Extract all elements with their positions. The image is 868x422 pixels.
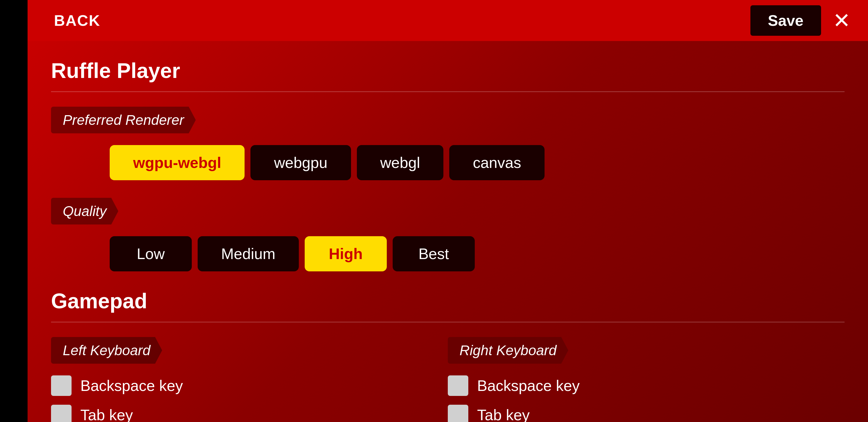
quality-label-tag: Quality [51, 198, 118, 225]
quality-button-group: Low Medium High Best [51, 236, 844, 271]
ruffle-player-title: Ruffle Player [51, 59, 844, 83]
keyboard-columns: Left Keyboard Backspace key Tab key Ente… [51, 337, 844, 422]
divider-gamepad [51, 322, 844, 322]
right-tab-label: Tab key [477, 406, 530, 422]
preferred-renderer-label: Preferred Renderer [51, 107, 844, 145]
quality-btn-low[interactable]: Low [110, 236, 192, 271]
quality-btn-high[interactable]: High [305, 236, 387, 271]
left-tab-row: Tab key [51, 405, 448, 422]
renderer-button-group: wgpu-webgl webgpu webgl canvas [51, 145, 844, 180]
left-backspace-label: Backspace key [80, 377, 183, 394]
gamepad-section: Gamepad Left Keyboard Backspace key Tab … [51, 289, 844, 422]
renderer-btn-webgl[interactable]: webgl [357, 145, 444, 180]
left-keyboard-col: Left Keyboard Backspace key Tab key Ente… [51, 337, 448, 422]
renderer-btn-wgpu-webgl[interactable]: wgpu-webgl [110, 145, 245, 180]
right-backspace-row: Backspace key [448, 376, 844, 396]
left-tab-label: Tab key [80, 406, 133, 422]
left-backspace-row: Backspace key [51, 376, 448, 396]
header: BACK Save ✕ [28, 0, 868, 41]
header-right: Save ✕ [750, 5, 856, 36]
quality-btn-medium[interactable]: Medium [198, 236, 299, 271]
left-keyboard-label-tag: Left Keyboard [51, 337, 162, 364]
left-backspace-checkbox[interactable] [51, 376, 71, 396]
save-button[interactable]: Save [750, 5, 821, 36]
back-button[interactable]: BACK [39, 5, 115, 36]
right-keyboard-col: Right Keyboard Backspace key Tab key Ent… [448, 337, 844, 422]
quality-label: Quality [51, 198, 844, 236]
right-tab-checkbox[interactable] [448, 405, 468, 422]
gamepad-title: Gamepad [51, 289, 844, 313]
right-backspace-checkbox[interactable] [448, 376, 468, 396]
ruffle-player-section: Ruffle Player Preferred Renderer wgpu-we… [51, 59, 844, 271]
divider-ruffle [51, 91, 844, 92]
right-tab-row: Tab key [448, 405, 844, 422]
left-tab-checkbox[interactable] [51, 405, 71, 422]
close-button[interactable]: ✕ [827, 7, 856, 34]
quality-btn-best[interactable]: Best [393, 236, 475, 271]
right-backspace-label: Backspace key [477, 377, 580, 394]
renderer-btn-canvas[interactable]: canvas [449, 145, 545, 180]
right-keyboard-label-tag: Right Keyboard [448, 337, 568, 364]
main-content: Ruffle Player Preferred Renderer wgpu-we… [28, 41, 868, 422]
renderer-label-tag: Preferred Renderer [51, 107, 196, 133]
renderer-btn-webgpu[interactable]: webgpu [250, 145, 351, 180]
